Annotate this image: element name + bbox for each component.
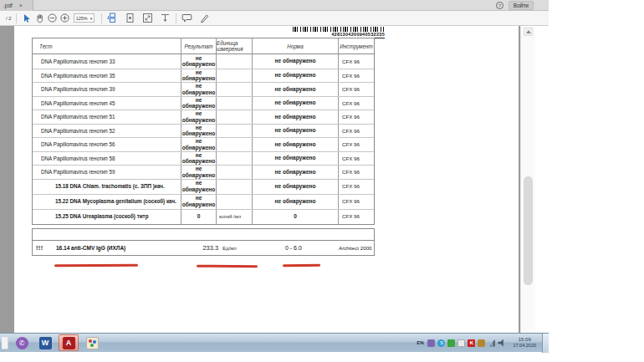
table-cell-c1: 15.25 DNA Ureaplasma (соскоб) титр [33, 210, 181, 224]
table-cell-c2: не обнаружено [181, 69, 216, 83]
table-cell-c3 [216, 83, 252, 96]
comment-icon[interactable] [181, 12, 193, 24]
table-cell-c2: не обнаружено [181, 110, 216, 124]
document-tab[interactable]: .pdf × [0, 0, 33, 11]
tray-skype-icon[interactable]: S [437, 339, 445, 347]
toolbar-separator [101, 13, 102, 23]
table-row: 15.18 DNA Chlam. trachomatis (с. ЗПП )ка… [33, 179, 374, 194]
tray-antivirus-icon[interactable] [447, 339, 455, 347]
table-cell-c2: не обнаружено [181, 97, 216, 110]
table-cell-c5: CFX 96 [338, 125, 374, 138]
table-cell-c2: не обнаружено [181, 125, 216, 138]
taskbar-paint-button[interactable] [82, 334, 102, 351]
hand-tool-icon[interactable] [33, 12, 46, 24]
single-page-view-icon[interactable] [124, 12, 136, 24]
table-cell-c2: не обнаружено [181, 83, 216, 96]
pinned-app-partial-icon[interactable] [2, 336, 8, 349]
tray-document-icon[interactable] [457, 339, 465, 347]
scrollbar-thumb[interactable] [524, 176, 533, 285]
table-cell-c4: не обнаружено [252, 166, 338, 179]
speaker-icon[interactable] [498, 339, 505, 347]
table-cell-c2: не обнаружено [181, 138, 216, 151]
clock-date: 17.04.2020 [513, 343, 536, 349]
word-icon: W [39, 337, 52, 349]
table-header-row: Тест Результат Единица измерения Норма И… [33, 38, 374, 54]
table-cell-c3: копий /мл [216, 210, 252, 224]
tab-close-icon[interactable]: × [19, 3, 23, 8]
document-area: 4281304200940532235 Тест Результат Едини… [0, 26, 549, 352]
fit-width-icon[interactable] [159, 12, 171, 24]
zoom-level-value: 125% [76, 16, 88, 21]
network-icon[interactable] [488, 339, 495, 347]
column-header-instrument: Инструмент [338, 38, 374, 54]
red-underline-annotation [197, 265, 258, 268]
annotated-norm-value: 0 - 6.0 [285, 245, 302, 251]
table-cell-c5: CFX 96 [338, 138, 374, 151]
chevron-down-icon: ▾ [90, 16, 93, 21]
tray-update-icon[interactable] [478, 339, 485, 347]
table-cell-c2: не обнаружено [181, 195, 216, 209]
column-header-result: Результат [181, 38, 216, 54]
taskbar-acrobat-button[interactable]: A [59, 334, 79, 351]
kaspersky-icon[interactable]: K [468, 339, 475, 347]
table-cell-c4: не обнаружено [252, 180, 338, 194]
zoom-out-icon[interactable] [46, 12, 59, 24]
toolbar-separator [176, 13, 176, 23]
table-cell-c4: 0 [252, 210, 338, 224]
table-cell-c1: DNA Papillomavirus генотип 51 [33, 110, 181, 124]
tab-title: .pdf [3, 3, 13, 8]
table-row: DNA Papillomavirus генотип 56не обнаруже… [33, 137, 374, 151]
table-cell-c2: не обнаружено [181, 180, 216, 194]
table-cell-c5: CFX 96 [338, 195, 374, 209]
table-cell-c1: DNA Papillomavirus генотип 52 [33, 125, 181, 138]
taskbar-word-button[interactable]: W [35, 334, 55, 351]
taskbar-viber-button[interactable]: ✆ [12, 334, 32, 351]
table-row: DNA Papillomavirus генотип 52не обнаруже… [33, 124, 374, 138]
sign-in-button[interactable]: Войти [509, 1, 534, 10]
windows-taskbar: ✆ W A EN S K [0, 333, 549, 352]
table-cell-c1: DNA Papillomavirus генотип 39 [33, 83, 181, 96]
red-underline-annotation [54, 264, 138, 267]
clock-time: 15:09 [513, 337, 536, 344]
pencil-draw-icon[interactable] [198, 12, 211, 24]
paint-icon [86, 337, 99, 349]
pdf-page: 4281304200940532235 Тест Результат Едини… [14, 26, 519, 352]
table-cell-c4: не обнаружено [252, 97, 338, 110]
screenshot-canvas: .pdf × ? Войти / 2 [0, 0, 644, 362]
table-row: DNA Papillomavirus генотип 51не обнаруже… [33, 110, 374, 124]
table-cell-c1: DNA Papillomavirus генотип 58 [33, 152, 181, 166]
table-row: DNA Papillomavirus генотип 33не обнаруже… [33, 54, 374, 69]
scrolling-mode-icon[interactable] [106, 12, 119, 24]
table-cell-c4: не обнаружено [252, 110, 338, 124]
select-tool-icon[interactable] [21, 12, 33, 24]
scroll-up-button[interactable] [524, 28, 533, 36]
red-underline-annotation [283, 264, 320, 267]
vertical-scrollbar[interactable] [520, 26, 535, 352]
language-indicator[interactable]: EN [417, 340, 423, 345]
annotated-test-name: 16.14 anti-CMV IgG (ИХЛА) [56, 245, 125, 251]
table-cell-c3 [216, 152, 252, 166]
table-cell-c1: DNA Papillomavirus генотип 35 [33, 69, 181, 83]
table-cell-c5: CFX 96 [338, 180, 374, 194]
table-cell-c3 [216, 125, 252, 138]
fit-window-icon[interactable] [141, 12, 154, 24]
table-cell-c5: CFX 96 [338, 110, 374, 124]
table-cell-c4: не обнаружено [252, 125, 338, 138]
zoom-in-icon[interactable] [59, 12, 71, 24]
table-cell-c2: не обнаружено [181, 152, 216, 166]
help-icon[interactable]: ? [496, 2, 503, 9]
table-cell-c5: CFX 96 [338, 166, 374, 179]
column-header-norm: Норма [252, 38, 338, 54]
table-cell-c3 [216, 110, 252, 124]
table-cell-c3 [216, 138, 252, 151]
table-row: DNA Papillomavirus генотип 39не обнаруже… [33, 82, 374, 96]
tray-viber-icon[interactable] [427, 339, 435, 347]
table-cell-c5: CFX 96 [338, 152, 374, 166]
taskbar-clock[interactable]: 15:09 17.04.2020 [513, 337, 536, 349]
show-desktop-button[interactable] [542, 334, 549, 353]
table-cell-c3 [216, 195, 252, 209]
results-table-body: DNA Papillomavirus генотип 33не обнаруже… [33, 54, 374, 224]
app-screen: .pdf × ? Войти / 2 [0, 0, 549, 352]
zoom-level-dropdown[interactable]: 125% ▾ [74, 13, 95, 23]
table-cell-c4: не обнаружено [252, 69, 338, 83]
